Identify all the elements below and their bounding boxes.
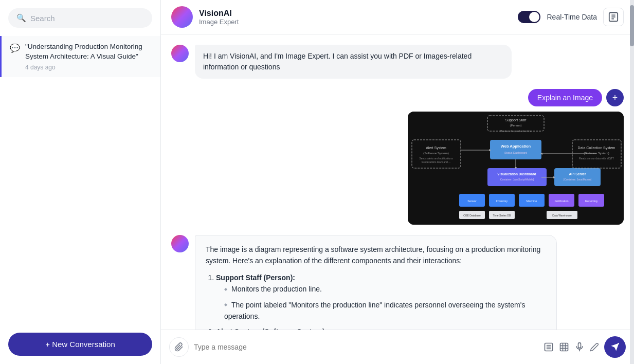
sidebar: 🔍 Search 💬 "Understanding Production Mon… bbox=[0, 0, 161, 364]
search-container: 🔍 Search bbox=[0, 0, 160, 34]
svg-text:[Container: Java/Maven]: [Container: Java/Maven] bbox=[564, 178, 592, 181]
svg-rect-14 bbox=[490, 140, 541, 159]
ai-response-avatar bbox=[171, 235, 189, 252]
svg-text:Time Series DB: Time Series DB bbox=[493, 214, 511, 217]
chat-input-area bbox=[161, 330, 634, 364]
message-input[interactable] bbox=[194, 343, 538, 351]
ai-message-bubble: Hi! I am VisionAI, and I'm Image Expert.… bbox=[195, 45, 512, 79]
agent-name: VisionAI bbox=[199, 9, 512, 18]
svg-text:Sensor: Sensor bbox=[467, 199, 477, 203]
agent-avatar bbox=[171, 6, 193, 28]
sub-item: The point labeled "Monitors the producti… bbox=[224, 299, 546, 322]
svg-text:Monitors the production line: Monitors the production line bbox=[500, 130, 532, 133]
attach-button[interactable] bbox=[169, 337, 189, 357]
ai-intro-text: The image is a diagram representing a so… bbox=[206, 244, 546, 267]
input-icons bbox=[544, 342, 599, 352]
list-item: Support Staff (Person): Monitors the pro… bbox=[216, 272, 546, 322]
chat-main: VisionAI Image Expert Real-Time Data bbox=[161, 0, 634, 364]
ai-avatar bbox=[171, 45, 189, 62]
chat-outer: VisionAI Image Expert Real-Time Data bbox=[161, 0, 634, 364]
svg-text:to operations team and ...: to operations team and ... bbox=[422, 160, 451, 163]
explain-image-button[interactable]: Explain an Image bbox=[528, 89, 602, 106]
header-right: Real-Time Data bbox=[518, 8, 624, 26]
svg-text:(Person): (Person) bbox=[510, 124, 521, 127]
agent-info: VisionAI Image Expert bbox=[199, 9, 512, 26]
edit-icon-button[interactable] bbox=[590, 342, 599, 352]
svg-text:OEE Database: OEE Database bbox=[463, 214, 481, 217]
svg-rect-55 bbox=[560, 343, 568, 351]
conversation-content: "Understanding Production Monitoring Sys… bbox=[25, 42, 152, 71]
svg-text:Machine: Machine bbox=[527, 199, 537, 203]
svg-text:Notification: Notification bbox=[554, 199, 568, 203]
table-icon-button[interactable] bbox=[559, 342, 569, 352]
svg-text:(Software System): (Software System) bbox=[423, 152, 448, 155]
chat-header: VisionAI Image Expert Real-Time Data bbox=[161, 0, 634, 34]
svg-text:API Server: API Server bbox=[569, 172, 586, 176]
conversation-item[interactable]: 💬 "Understanding Production Monitoring S… bbox=[0, 36, 160, 77]
svg-text:Web Application: Web Application bbox=[501, 144, 531, 149]
svg-rect-60 bbox=[578, 343, 581, 348]
ai-response-row: The image is a diagram representing a so… bbox=[171, 235, 624, 330]
svg-text:Support Staff: Support Staff bbox=[505, 118, 527, 122]
mic-button[interactable] bbox=[574, 342, 585, 352]
svg-text:Status Dashboard: Status Dashboard bbox=[504, 151, 527, 154]
new-conversation-button[interactable]: + New Conversation bbox=[8, 333, 152, 356]
architecture-diagram: Support Staff (Person) Monitors the prod… bbox=[408, 112, 624, 225]
send-button[interactable] bbox=[604, 336, 626, 358]
svg-rect-19 bbox=[487, 168, 547, 186]
conversation-time: 4 days ago bbox=[25, 64, 152, 71]
ai-greeting-text: Hi! I am VisionAI, and I'm Image Expert.… bbox=[203, 52, 472, 71]
action-row: Explain an Image + bbox=[528, 89, 624, 106]
search-label: Search bbox=[30, 14, 55, 23]
agent-role: Image Expert bbox=[199, 18, 512, 26]
conversation-title: "Understanding Production Monitoring Sys… bbox=[25, 42, 152, 62]
list-icon-button[interactable] bbox=[544, 342, 554, 352]
toggle-knob bbox=[529, 12, 539, 22]
svg-text:Visualization Dashboard: Visualization Dashboard bbox=[497, 172, 536, 176]
scrollbar-thumb[interactable] bbox=[630, 5, 634, 46]
svg-marker-63 bbox=[611, 343, 619, 351]
conversation-icon: 💬 bbox=[10, 43, 20, 53]
realtime-toggle[interactable] bbox=[518, 11, 540, 23]
search-box[interactable]: 🔍 Search bbox=[8, 8, 152, 28]
list-item: Alert System (Software System): bbox=[216, 326, 546, 330]
search-icon: 🔍 bbox=[16, 13, 26, 23]
svg-text:(Software System): (Software System) bbox=[584, 152, 609, 155]
export-button[interactable] bbox=[603, 8, 624, 26]
item-title: Support Staff (Person): bbox=[216, 274, 295, 282]
svg-rect-22 bbox=[554, 168, 601, 186]
sub-item: Monitors the production line. bbox=[224, 283, 546, 295]
sub-list: Monitors the production line. The point … bbox=[216, 283, 546, 322]
ai-response-bubble: The image is a diagram representing a so… bbox=[195, 235, 557, 330]
add-action-button[interactable]: + bbox=[606, 89, 624, 106]
image-message-group: Explain an Image + Support Staff (Person… bbox=[171, 89, 624, 225]
ai-items-list: Support Staff (Person): Monitors the pro… bbox=[206, 272, 546, 330]
svg-text:Data Warehouse: Data Warehouse bbox=[552, 214, 572, 217]
svg-text:[Container: JavaScript/Mobile]: [Container: JavaScript/Mobile] bbox=[500, 178, 534, 181]
scrollbar-track[interactable] bbox=[630, 0, 634, 364]
message-row: Hi! I am VisionAI, and I'm Image Expert.… bbox=[171, 45, 624, 79]
svg-text:Data Collection System: Data Collection System bbox=[578, 146, 615, 150]
realtime-label: Real-Time Data bbox=[547, 13, 597, 21]
chat-messages: Hi! I am VisionAI, and I'm Image Expert.… bbox=[161, 34, 634, 330]
svg-text:Reporting: Reporting bbox=[585, 199, 597, 203]
svg-text:Sends alerts and notifications: Sends alerts and notifications bbox=[419, 157, 453, 160]
conversation-list: 💬 "Understanding Production Monitoring S… bbox=[0, 34, 160, 326]
svg-text:Inventory: Inventory bbox=[496, 199, 508, 203]
svg-text:Reads sensor data with MQTT: Reads sensor data with MQTT bbox=[579, 157, 614, 160]
svg-text:Alert System: Alert System bbox=[426, 146, 446, 150]
